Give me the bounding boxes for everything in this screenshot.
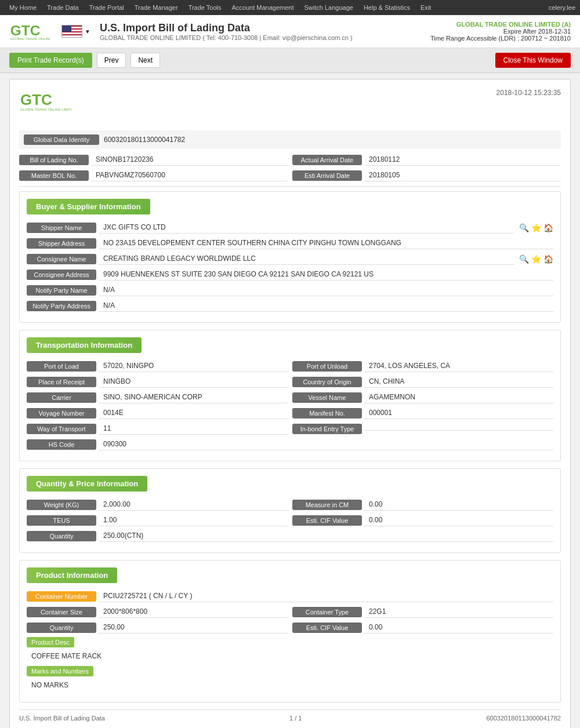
nav-help-statistics[interactable]: Help & Statistics xyxy=(359,2,415,13)
product-cif-field: Esti. CIF Value 0.00 xyxy=(292,621,553,634)
nav-trade-tools[interactable]: Trade Tools xyxy=(184,2,226,13)
page-subtitle: GLOBAL TRADE ONLINE LIMITED ( Tel: 400-7… xyxy=(100,34,430,41)
container-size-field: Container Size 2000*806*800 xyxy=(27,606,288,618)
flag-area: ▼ xyxy=(61,25,90,38)
consignee-home-icon[interactable]: 🏠 xyxy=(543,254,553,264)
bol-no-label: Bill of Lading No. xyxy=(19,155,89,165)
actual-arrival-value: 20180112 xyxy=(364,154,561,166)
place-of-receipt-label: Place of Receipt xyxy=(27,377,96,387)
product-cif-value: 0.00 xyxy=(364,621,553,634)
voyage-number-value: 0014E xyxy=(99,407,288,419)
nav-menu: My Home Trade Data Trade Portal Trade Ma… xyxy=(5,2,549,13)
voyage-manifest-row: Voyage Number 0014E Manifest No. 000001 xyxy=(27,407,553,419)
product-desc-block: Product Desc COFFEE MATE RACK xyxy=(27,637,553,663)
weight-kg-field: Weight (KG) 2,000.00 xyxy=(27,498,288,511)
consignee-address-value: 9909 HUENNEKENS ST SUITE 230 SAN DIEGO C… xyxy=(99,268,553,281)
container-type-value: 22G1 xyxy=(364,606,553,618)
transportation-section: Transportation Information Port of Load … xyxy=(19,330,561,461)
weight-kg-value: 2,000.00 xyxy=(99,498,288,511)
notify-address-value: N/A xyxy=(99,300,553,312)
shipper-name-row: Shipper Name JXC GIFTS CO LTD 🔍 ⭐ 🏠 xyxy=(27,221,553,234)
nav-exit[interactable]: Exit xyxy=(416,2,436,13)
vessel-name-label: Vessel Name xyxy=(292,392,362,403)
carrier-label: Carrier xyxy=(27,392,96,403)
place-of-receipt-field: Place of Receipt NINGBO xyxy=(27,376,288,388)
identity-row: Global Data Identity 6003201801130000417… xyxy=(19,130,561,149)
bol-arrival-row: Bill of Lading No. SINONB17120236 Actual… xyxy=(19,154,561,166)
prev-button-top[interactable]: Prev xyxy=(97,53,126,68)
in-bond-entry-label: In-bond Entry Type xyxy=(292,424,362,434)
product-cif-label: Esti. CIF Value xyxy=(292,623,362,633)
container-size-type-row: Container Size 2000*806*800 Container Ty… xyxy=(27,606,553,618)
carrier-value: SINO, SINO-AMERICAN CORP xyxy=(99,391,288,403)
weight-kg-label: Weight (KG) xyxy=(27,500,96,510)
teus-value: 1.00 xyxy=(99,514,288,526)
hs-code-label: HS Code xyxy=(27,439,96,450)
footer-left: U.S. Import Bill of Lading Data xyxy=(19,715,105,722)
product-desc-label: Product Desc xyxy=(27,637,74,647)
close-button-top[interactable]: Close This Window xyxy=(495,53,571,68)
measure-cm-field: Measure in CM 0.00 xyxy=(292,498,553,511)
esti-cif-label: Esti. CIF Value xyxy=(292,515,362,526)
record-logo: GTC GLOBAL TRADE ONLINE LIMITED xyxy=(19,89,71,117)
shipper-address-label: Shipper Address xyxy=(27,238,96,249)
port-of-unload-field: Port of Unload 2704, LOS ANGELES, CA xyxy=(292,360,553,372)
master-bol-label: Master BOL No. xyxy=(19,170,89,181)
esti-cif-field: Esti. CIF Value 0.00 xyxy=(292,514,553,526)
consignee-search-icon[interactable]: 🔍 xyxy=(519,254,529,264)
product-info-title: Product Information xyxy=(27,567,117,583)
nav-trade-data[interactable]: Trade Data xyxy=(42,2,84,13)
consignee-star-icon[interactable]: ⭐ xyxy=(531,254,541,264)
port-load-unload-row: Port of Load 57020, NINGPO Port of Unloa… xyxy=(27,360,553,372)
consignee-name-label: Consignee Name xyxy=(27,254,96,264)
account-info: GLOBAL TRADE ONLINE LIMITED (A) Expire A… xyxy=(430,21,571,42)
place-country-row: Place of Receipt NINGBO Country of Origi… xyxy=(27,376,553,388)
marks-value: NO MARKS xyxy=(27,679,553,691)
svg-text:GTC: GTC xyxy=(10,23,41,38)
search-icon[interactable]: 🔍 xyxy=(519,223,529,232)
way-of-transport-value: 11 xyxy=(99,423,288,435)
place-of-receipt-value: NINGBO xyxy=(99,376,288,388)
page-title: U.S. Import Bill of Lading Data xyxy=(100,22,430,34)
measure-cm-value: 0.00 xyxy=(364,498,553,511)
home-icon[interactable]: 🏠 xyxy=(543,223,553,232)
flag-dropdown[interactable]: ▼ xyxy=(85,28,90,35)
nav-account-management[interactable]: Account Management xyxy=(227,2,299,13)
in-bond-entry-value xyxy=(364,427,553,431)
next-button-top[interactable]: Next xyxy=(130,53,160,68)
svg-text:GLOBAL TRADE ONLINE LIMITED: GLOBAL TRADE ONLINE LIMITED xyxy=(20,108,71,111)
gtc-logo-svg: GTC GLOBAL TRADE ONLINE LIMITED xyxy=(9,20,50,43)
country-of-origin-value: CN, CHINA xyxy=(364,376,553,388)
country-of-origin-label: Country of Origin xyxy=(292,377,362,387)
footer-right: 600320180113000041782 xyxy=(487,715,561,722)
voyage-number-label: Voyage Number xyxy=(27,408,96,418)
nav-trade-manager[interactable]: Trade Manager xyxy=(130,2,183,13)
manifest-no-field: Manifest No. 000001 xyxy=(292,407,553,419)
shipper-name-label: Shipper Name xyxy=(27,223,96,233)
hs-code-row: HS Code 090300 xyxy=(27,438,553,450)
svg-text:GTC: GTC xyxy=(20,91,52,108)
teus-label: TEUS xyxy=(27,515,96,526)
master-bol-row: Master BOL No. PABVNGMZ70560700 Esti Arr… xyxy=(19,169,561,181)
transport-bond-row: Way of Transport 11 In-bond Entry Type xyxy=(27,423,553,435)
top-navigation: My Home Trade Data Trade Portal Trade Ma… xyxy=(0,0,580,15)
country-of-origin-field: Country of Origin CN, CHINA xyxy=(292,376,553,388)
print-button-top[interactable]: Print Trade Record(s) xyxy=(9,53,92,68)
nav-trade-portal[interactable]: Trade Portal xyxy=(85,2,129,13)
company-logo: GTC GLOBAL TRADE ONLINE LIMITED xyxy=(9,20,50,43)
quantity-price-title: Quantity & Price Information xyxy=(27,476,147,492)
teus-cif-row: TEUS 1.00 Esti. CIF Value 0.00 xyxy=(27,514,553,526)
carrier-field: Carrier SINO, SINO-AMERICAN CORP xyxy=(27,391,288,403)
star-icon[interactable]: ⭐ xyxy=(531,223,541,232)
nav-switch-language[interactable]: Switch Language xyxy=(300,2,358,13)
notify-name-label: Notify Party Name xyxy=(27,285,96,296)
nav-my-home[interactable]: My Home xyxy=(5,2,41,13)
hs-code-value: 090300 xyxy=(99,438,553,450)
marks-block: Marks and Numbers NO MARKS xyxy=(27,666,553,691)
quantity-price-section: Quantity & Price Information Weight (KG)… xyxy=(19,468,561,553)
product-quantity-value: 250.00 xyxy=(99,621,288,634)
weight-measure-row: Weight (KG) 2,000.00 Measure in CM 0.00 xyxy=(27,498,553,511)
ldr-range: Time Range Accessible (LDR) : 200712 ~ 2… xyxy=(430,35,571,42)
master-bol-field: Master BOL No. PABVNGMZ70560700 xyxy=(19,169,288,181)
buyer-supplier-section: Buyer & Supplier Information Shipper Nam… xyxy=(19,191,561,323)
